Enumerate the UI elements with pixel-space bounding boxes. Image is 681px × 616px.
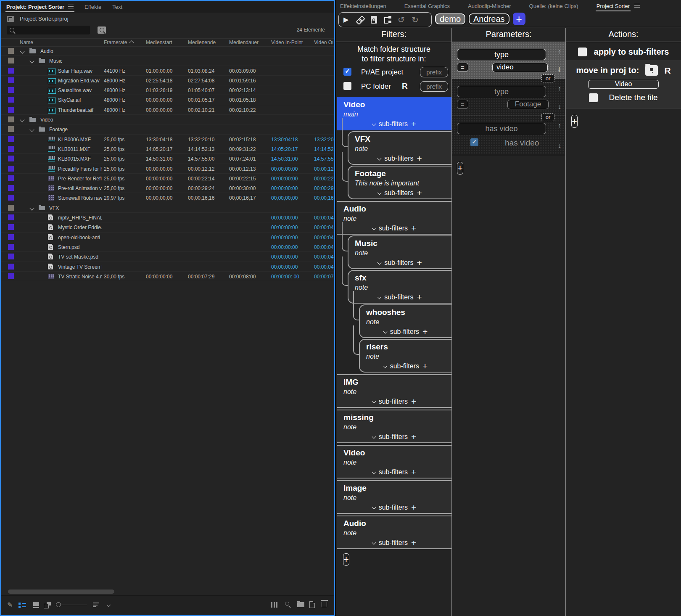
column-header-medienstart[interactable]: Medienstart [146,40,172,45]
locked-file-icon[interactable] [371,16,377,24]
filter-card-risers[interactable]: risersnotesub-filters+ [359,339,451,373]
delete-icon[interactable] [322,602,327,607]
search-bin-icon[interactable] [98,26,106,34]
chevron-down-icon[interactable] [383,329,387,333]
tree-structure-icon[interactable] [383,16,391,24]
chevron-down-icon[interactable] [372,470,376,474]
folder-expand-icon[interactable] [29,206,34,210]
add-subfilter-icon[interactable]: + [411,398,416,405]
label-color-chip[interactable] [8,156,14,161]
add-subfilter-icon[interactable]: + [417,259,422,266]
column-header-video-ou[interactable]: Video Ou [314,40,335,45]
filter-subfilters-row[interactable]: sub-filters+ [337,433,451,441]
chevron-down-icon[interactable] [372,122,376,126]
table-row[interactable]: Pre-roll Animation v25,00 fps00:00:00:00… [1,183,334,193]
table-row[interactable]: Vintage TV Screen F00:00:00:0000:00:04 [1,262,334,272]
add-subfilter-icon[interactable]: + [411,504,416,511]
filter-subfilters-row[interactable]: sub-filters+ [360,362,451,370]
tab-effekte[interactable]: Effekte [79,1,107,13]
label-color-chip[interactable] [8,48,14,54]
filter-subfilters-row[interactable]: sub-filters+ [348,155,451,162]
filter-subfilters-row[interactable]: sub-filters+ [337,398,451,405]
parameter-value-field[interactable]: video [492,63,548,72]
arrow-up-icon[interactable] [558,48,561,56]
filter-subfilters-row[interactable]: sub-filters+ [337,504,451,511]
parameter-block-type[interactable]: type=Footage [452,79,565,116]
table-row[interactable]: open-old-book-anti00:00:00:0000:00:04 [1,233,334,242]
filter-card-img[interactable]: IMGnotesub-filters+ [337,374,451,408]
folder-expand-icon[interactable] [20,49,24,53]
add-subfilter-icon[interactable]: + [422,328,428,335]
edit-icon[interactable] [7,601,13,609]
link-icon[interactable] [354,14,366,26]
table-row[interactable]: KLB0011.MXF25,00 fps14:05:20:1714:14:52:… [1,144,334,154]
table-row[interactable]: Migration End.wav48000 Hz02:25:54:1802:2… [1,76,334,85]
table-row[interactable]: Thunderbeat.aif48000 Hz00:00:00:0000:02:… [1,105,334,115]
parameter-name-button[interactable]: type [457,49,546,60]
filter-card-audio[interactable]: Audionotesub-filters+ [337,516,451,549]
panel-menu-icon[interactable] [68,5,74,9]
add-subfilter-icon[interactable]: + [411,539,416,546]
arrow-down-icon[interactable] [558,142,561,150]
filter-subfilters-row[interactable]: sub-filters+ [337,120,451,128]
label-color-chip[interactable] [8,254,14,259]
horizontal-scrollbar[interactable] [1,589,334,595]
chevron-down-icon[interactable] [377,260,382,264]
navigate-up-icon[interactable] [7,16,14,22]
find-icon[interactable] [285,602,291,608]
parameter-name-button[interactable]: has video [457,123,546,134]
table-row[interactable]: KLB0006.MXF25,00 fps13:30:04:1813:32:20:… [1,135,334,144]
list-view-icon[interactable] [18,603,26,608]
table-row[interactable]: TV set Maske.psd00:00:00:0000:00:04 [1,252,334,262]
add-subfilter-icon[interactable]: + [411,121,416,127]
label-color-chip[interactable] [8,224,14,230]
chevron-down-icon[interactable] [372,434,376,439]
parameter-block-type[interactable]: type=video [452,42,565,79]
arrow-down-icon[interactable] [558,103,561,111]
apply-to-subfilters-checkbox[interactable] [578,48,587,56]
parameter-value-field[interactable]: Footage [507,100,549,109]
operator-button[interactable]: = [457,63,468,72]
chevron-down-icon[interactable] [372,505,376,509]
arrow-up-icon[interactable] [558,122,561,130]
pc-folder-checkbox[interactable] [343,82,351,90]
filter-card-vfx[interactable]: VFXnotesub-filters+ [348,131,451,165]
table-row[interactable]: Pre-Render for Refl25,00 fps00:00:00:000… [1,174,334,183]
folder-expand-icon[interactable] [20,117,24,122]
arrow-up-icon[interactable] [558,85,561,93]
search-input[interactable] [7,26,90,34]
table-row[interactable]: Video [1,115,334,124]
label-color-chip[interactable] [8,166,14,172]
table-row[interactable]: Mystic Order Eddie.00:00:00:0000:00:04 [1,222,334,232]
column-header-video-in-point[interactable]: Video In-Point [271,40,303,45]
or-badge[interactable]: or [541,74,554,82]
tab-project-sorter[interactable]: Project Sorter [596,0,641,12]
has-video-checkbox[interactable] [470,138,478,146]
tab-essential-graphics[interactable]: Essential Graphics [404,0,451,12]
tab-projekt-project-sorter[interactable]: Projekt: Project Sorter [1,1,79,13]
label-color-chip[interactable] [8,244,14,250]
parameter-block-has-video[interactable]: has videohas video [452,116,565,155]
label-color-chip[interactable] [8,136,14,142]
filter-card-video[interactable]: Videonotesub-filters+ [337,445,451,479]
label-color-chip[interactable] [8,195,14,201]
target-folder-icon[interactable] [645,65,658,76]
panel-menu-icon[interactable] [634,4,640,8]
label-color-chip[interactable] [8,273,14,279]
add-subfilter-icon[interactable]: + [417,190,422,196]
add-filter-button[interactable]: + [343,553,349,566]
label-color-chip[interactable] [8,175,14,181]
table-row[interactable]: Stern.psd00:00:00:0000:00:04 [1,242,334,252]
table-row[interactable]: TV Stratic Noise 4.m30,00 fps00:00:00:00… [1,272,334,281]
tab-text[interactable]: Text [107,1,128,13]
table-row[interactable]: mptv_RHPS_FINAL00:00:00:0000:00:04 [1,213,334,222]
play-icon[interactable] [343,16,349,24]
chevron-down-icon[interactable] [372,540,376,545]
label-color-chip[interactable] [8,264,14,270]
label-color-chip[interactable] [8,146,14,152]
table-row[interactable]: Solar Harp.wav44100 Hz01:00:00:0001:03:0… [1,66,334,76]
chevron-down-icon[interactable] [372,226,376,230]
zoom-slider-icon[interactable] [56,602,88,608]
table-row[interactable]: Footage [1,124,334,134]
label-color-chip[interactable] [8,68,14,74]
